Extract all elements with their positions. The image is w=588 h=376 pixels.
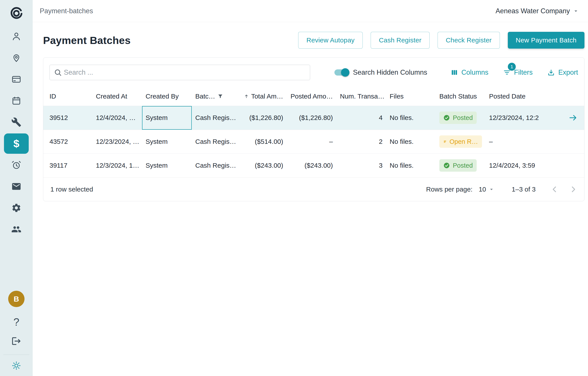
- company-selector[interactable]: Aeneas Water Company: [495, 7, 579, 15]
- cell-batch[interactable]: Cash Regis…: [192, 154, 240, 178]
- rows-per-page-select[interactable]: 10: [479, 186, 494, 193]
- next-page-button[interactable]: [569, 185, 578, 194]
- logout-button[interactable]: [11, 336, 21, 347]
- sidebar-item-billing[interactable]: [0, 68, 33, 90]
- help-icon[interactable]: ?: [13, 316, 20, 328]
- app-logo[interactable]: [9, 6, 23, 22]
- search-box: [50, 65, 310, 80]
- theme-toggle[interactable]: [11, 361, 21, 372]
- cell-created-by[interactable]: System: [142, 106, 192, 130]
- cash-register-button[interactable]: Cash Register: [371, 32, 430, 49]
- cell-created-by[interactable]: System: [142, 130, 192, 154]
- sidebar-divider: [3, 355, 29, 355]
- table-row[interactable]: 43572 12/23/2024, … System Cash Regis… (…: [43, 130, 584, 154]
- user-avatar[interactable]: B: [8, 291, 24, 307]
- col-header-batch-status[interactable]: Batch Status: [436, 87, 485, 106]
- cell-actions: [565, 130, 584, 154]
- sidebar-item-payments[interactable]: $: [0, 133, 33, 154]
- active-nav-pill: $: [4, 134, 29, 154]
- cell-total-amount[interactable]: ($1,226.80): [240, 106, 287, 130]
- sidebar-item-schedule[interactable]: [0, 90, 33, 111]
- table-row[interactable]: 39117 12/3/2024, 1… System Cash Regis… (…: [43, 154, 584, 178]
- col-header-posted-amount[interactable]: Posted Amo…: [287, 87, 336, 106]
- col-header-id[interactable]: ID: [43, 87, 92, 106]
- cell-files[interactable]: No files.: [386, 130, 436, 154]
- cell-files[interactable]: No files.: [386, 154, 436, 178]
- sidebar-item-history[interactable]: [0, 154, 33, 176]
- col-header-num-transactions[interactable]: Num. Transa…: [336, 87, 386, 106]
- col-header-batch[interactable]: Batc…: [192, 87, 240, 106]
- cell-num-transactions[interactable]: 3: [336, 154, 386, 178]
- cell-batch-status[interactable]: Posted: [436, 154, 485, 178]
- sidebar-item-settings[interactable]: [0, 197, 33, 219]
- cell-posted-date[interactable]: –: [485, 130, 565, 154]
- cell-total-amount[interactable]: ($514.00): [240, 130, 287, 154]
- col-header-files[interactable]: Files: [386, 87, 436, 106]
- cell-total-amount[interactable]: ($243.00): [240, 154, 287, 178]
- pagination-controls: [550, 185, 578, 194]
- open-row-button[interactable]: [568, 113, 578, 122]
- status-badge-label: Open R…: [450, 138, 478, 145]
- filters-button[interactable]: 1 Filters: [503, 68, 533, 76]
- sidebar-item-locations[interactable]: [0, 47, 33, 68]
- col-header-actions: [565, 87, 584, 106]
- sidebar-item-messages[interactable]: [0, 176, 33, 197]
- dollar-icon: $: [13, 138, 20, 149]
- sidebar-item-profile[interactable]: [0, 26, 33, 47]
- cell-posted-amount[interactable]: –: [287, 130, 336, 154]
- payment-batches-card: Search Hidden Columns Columns 1 F: [43, 57, 585, 201]
- sidebar-item-tools[interactable]: [0, 111, 33, 133]
- check-circle-icon: [443, 115, 450, 121]
- brand-logo-icon: [9, 7, 23, 21]
- credit-card-icon: [11, 74, 21, 84]
- check-circle-icon: [443, 162, 450, 169]
- cell-batch[interactable]: Cash Regis…: [192, 130, 240, 154]
- cell-created-at[interactable]: 12/4/2024, …: [92, 106, 142, 130]
- col-header-posted-date[interactable]: Posted Date: [485, 87, 565, 106]
- review-autopay-button[interactable]: Review Autopay: [298, 32, 363, 49]
- sidebar-item-customers[interactable]: [0, 219, 33, 240]
- col-header-created-at[interactable]: Created At: [92, 87, 142, 106]
- cell-batch-status[interactable]: Posted: [436, 106, 485, 130]
- status-badge-label: Posted: [453, 114, 473, 122]
- export-button[interactable]: Export: [547, 68, 578, 76]
- cell-id[interactable]: 39117: [43, 154, 92, 178]
- export-download-icon: [547, 68, 555, 76]
- search-hidden-columns-toggle[interactable]: [335, 69, 348, 75]
- people-icon: [11, 224, 21, 234]
- rows-per-page-label: Rows per page:: [426, 186, 472, 193]
- columns-button[interactable]: Columns: [450, 68, 488, 76]
- cell-created-at[interactable]: 12/23/2024, …: [92, 130, 142, 154]
- cell-posted-date[interactable]: 12/23/2024, 12:2: [485, 106, 565, 130]
- cell-batch-status[interactable]: Open R…: [436, 130, 485, 154]
- new-payment-batch-button[interactable]: New Payment Batch: [508, 32, 585, 49]
- sort-asc-icon: [244, 93, 249, 100]
- search-input[interactable]: [50, 65, 310, 80]
- check-register-button[interactable]: Check Register: [438, 32, 500, 49]
- pagination-range: 1–3 of 3: [512, 186, 536, 193]
- cell-posted-date[interactable]: 12/4/2024, 3:59: [485, 154, 565, 178]
- cell-batch[interactable]: Cash Regis…: [192, 106, 240, 130]
- cell-num-transactions[interactable]: 4: [336, 106, 386, 130]
- columns-icon: [450, 68, 458, 76]
- cell-created-by[interactable]: System: [142, 154, 192, 178]
- table-row[interactable]: 39512 12/4/2024, … System Cash Regis… ($…: [43, 106, 584, 130]
- calendar-icon: [11, 96, 21, 106]
- open-register-icon: [443, 138, 447, 145]
- col-header-total-amount[interactable]: Total Am…: [240, 87, 287, 106]
- col-header-created-by[interactable]: Created By: [142, 87, 192, 106]
- cell-created-at[interactable]: 12/3/2024, 1…: [92, 154, 142, 178]
- cell-files[interactable]: No files.: [386, 106, 436, 130]
- location-pin-icon: [11, 53, 21, 63]
- status-badge-label: Posted: [453, 162, 473, 169]
- cell-posted-amount[interactable]: ($1,226.80): [287, 106, 336, 130]
- cell-num-transactions[interactable]: 2: [336, 130, 386, 154]
- title-row: Payment Batches Review Autopay Cash Regi…: [43, 32, 585, 49]
- breadcrumb: Payment-batches: [40, 7, 93, 15]
- cell-id[interactable]: 39512: [43, 106, 92, 130]
- table-footer: 1 row selected Rows per page: 10 1–3 of …: [43, 178, 584, 201]
- selection-count: 1 row selected: [50, 186, 93, 193]
- previous-page-button[interactable]: [550, 185, 559, 194]
- cell-id[interactable]: 43572: [43, 130, 92, 154]
- cell-posted-amount[interactable]: ($243.00): [287, 154, 336, 178]
